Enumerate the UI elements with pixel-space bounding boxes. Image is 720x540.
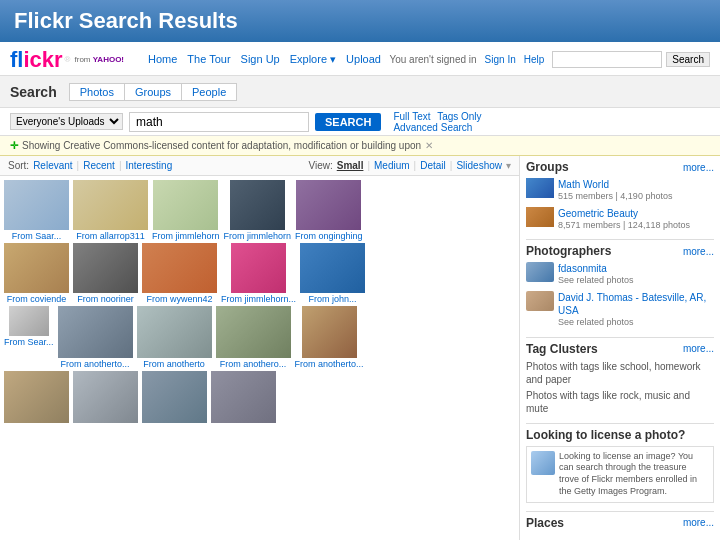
photographer-avatar[interactable]	[526, 262, 554, 282]
flickr-logo[interactable]: flickr ® from YAHOO!	[10, 47, 124, 73]
photo-thumb[interactable]	[231, 243, 286, 293]
cc-close-icon[interactable]: ✕	[425, 140, 433, 151]
sign-in-link[interactable]: Sign In	[485, 54, 516, 65]
photo-thumb[interactable]	[4, 243, 69, 293]
tab-photos[interactable]: Photos	[69, 83, 124, 101]
photo-thumb[interactable]	[58, 306, 133, 358]
top-search-button[interactable]: Search	[666, 52, 710, 67]
photo-caption[interactable]: From onginghing	[295, 231, 363, 241]
view-slideshow[interactable]: Slideshow	[456, 160, 502, 171]
photo-caption[interactable]: From coviende	[7, 294, 67, 304]
search-tabs: Photos Groups People	[69, 83, 238, 101]
photo-item: From anotherto	[137, 306, 212, 369]
photo-thumb[interactable]	[296, 180, 361, 230]
tab-groups[interactable]: Groups	[124, 83, 181, 101]
photo-caption[interactable]: From jimmlehorn	[152, 231, 220, 241]
photo-thumb[interactable]	[73, 371, 138, 423]
photo-item	[211, 371, 276, 424]
group-thumb[interactable]	[526, 207, 554, 227]
sidebar-photographer-text: fdasonmita See related photos	[558, 262, 634, 287]
photo-caption[interactable]: From jimmlehorn...	[221, 294, 296, 304]
photo-thumb[interactable]	[4, 180, 69, 230]
photo-thumb[interactable]	[216, 306, 291, 358]
sidebar-photographers-header: Photographers more...	[526, 244, 714, 258]
photographer-name[interactable]: David J. Thomas - Batesville, AR, USA	[558, 291, 714, 317]
cc-notice: ✛ Showing Creative Commons-licensed cont…	[0, 136, 720, 156]
search-label: Search	[10, 84, 57, 100]
license-text[interactable]: Looking to license an image? You can sea…	[559, 451, 709, 498]
sidebar: Groups more... Math World 515 members | …	[520, 156, 720, 540]
sidebar-group-text: Geometric Beauty 8,571 members | 124,118…	[558, 207, 690, 232]
photo-caption[interactable]: From anotherto...	[61, 359, 130, 369]
nav-signup[interactable]: Sign Up	[241, 53, 280, 66]
photo-caption[interactable]: From Sear...	[4, 337, 54, 347]
photo-thumb[interactable]	[211, 371, 276, 423]
photo-grid: From Saar... From allarrop311 From jimml…	[0, 176, 519, 540]
photo-caption[interactable]: From anothero...	[220, 359, 287, 369]
photographer-avatar[interactable]	[526, 291, 554, 311]
group-thumb[interactable]	[526, 178, 554, 198]
photo-row: From Saar... From allarrop311 From jimml…	[4, 180, 515, 241]
sidebar-photographers-more[interactable]: more...	[683, 246, 714, 257]
search-submit-button[interactable]: SEARCH	[315, 113, 381, 131]
photo-thumb[interactable]	[9, 306, 49, 336]
photo-caption[interactable]: From jimmlehorn	[224, 231, 292, 241]
photo-thumb[interactable]	[300, 243, 365, 293]
sidebar-tags-more[interactable]: more...	[683, 343, 714, 354]
photo-caption[interactable]: From anotherto...	[295, 359, 364, 369]
nav-explore[interactable]: Explore ▾	[290, 53, 336, 66]
nav-home[interactable]: Home	[148, 53, 177, 66]
search-text-input[interactable]	[129, 112, 309, 132]
sort-relevant[interactable]: Relevant	[33, 160, 72, 171]
photo-item: From wywenn42	[142, 243, 217, 304]
group-name[interactable]: Geometric Beauty	[558, 207, 690, 220]
photo-thumb[interactable]	[137, 306, 212, 358]
tags-only-link[interactable]: Tags Only	[437, 111, 481, 122]
photo-item: From anothero...	[216, 306, 291, 369]
photo-thumb[interactable]	[73, 180, 148, 230]
photo-thumb[interactable]	[142, 243, 217, 293]
full-text-link[interactable]: Full Text	[393, 111, 430, 122]
sidebar-groups-more[interactable]: more...	[683, 162, 714, 173]
results-panel: Sort: Relevant | Recent | Interesting Vi…	[0, 156, 520, 540]
photo-caption[interactable]: From anotherto	[143, 359, 205, 369]
view-more-icon[interactable]: ▾	[506, 160, 511, 171]
not-signed-text: You aren't signed in	[389, 54, 476, 65]
tag-cluster-item[interactable]: Photos with tags like school, homework a…	[526, 360, 714, 386]
nav-links: Home The Tour Sign Up Explore ▾ Upload	[148, 53, 381, 66]
sidebar-tags-section: Tag Clusters more... Photos with tags li…	[526, 342, 714, 415]
photo-caption[interactable]: From Saar...	[12, 231, 62, 241]
sort-interesting[interactable]: Interesting	[126, 160, 173, 171]
group-name[interactable]: Math World	[558, 178, 672, 191]
tag-cluster-item[interactable]: Photos with tags like rock, music and mu…	[526, 389, 714, 415]
nav-tour[interactable]: The Tour	[187, 53, 230, 66]
photo-thumb[interactable]	[142, 371, 207, 423]
photo-caption[interactable]: From wywenn42	[146, 294, 212, 304]
view-detail[interactable]: Detail	[420, 160, 446, 171]
photo-thumb[interactable]	[153, 180, 218, 230]
photographer-name[interactable]: fdasonmita	[558, 262, 634, 275]
photo-thumb[interactable]	[230, 180, 285, 230]
photo-item: From onginghing	[295, 180, 363, 241]
photographer-meta: See related photos	[558, 317, 714, 329]
photo-item: From anotherto...	[295, 306, 364, 369]
view-small[interactable]: Small	[337, 160, 364, 171]
advanced-search-link[interactable]: Advanced Search	[393, 122, 472, 133]
sort-recent[interactable]: Recent	[83, 160, 115, 171]
photo-caption[interactable]: From nooriner	[77, 294, 134, 304]
tab-people[interactable]: People	[181, 83, 237, 101]
sidebar-license-title: Looking to license a photo?	[526, 428, 685, 442]
search-input-row: Everyone's Uploads Your Uploads Your Con…	[0, 108, 720, 136]
nav-upload[interactable]: Upload	[346, 53, 381, 66]
sidebar-divider	[526, 511, 714, 512]
top-search-input[interactable]	[552, 51, 662, 68]
scope-select[interactable]: Everyone's Uploads Your Uploads Your Con…	[10, 113, 123, 130]
photo-thumb[interactable]	[302, 306, 357, 358]
sidebar-places-more[interactable]: more...	[683, 517, 714, 528]
photo-caption[interactable]: From john...	[309, 294, 357, 304]
view-medium[interactable]: Medium	[374, 160, 410, 171]
help-link[interactable]: Help	[524, 54, 545, 65]
photo-thumb[interactable]	[4, 371, 69, 423]
photo-caption[interactable]: From allarrop311	[76, 231, 145, 241]
photo-thumb[interactable]	[73, 243, 138, 293]
